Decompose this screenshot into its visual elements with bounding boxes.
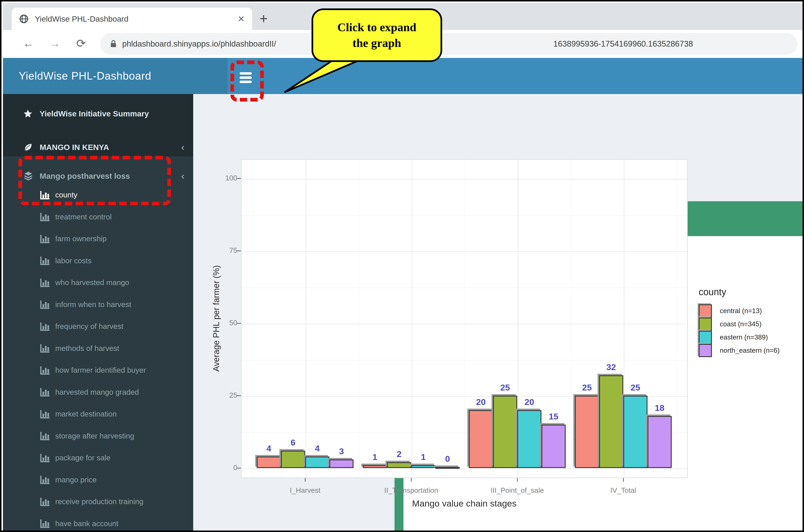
bar-I_Harvest-coast[interactable] [281,451,305,468]
bar-chart-icon [40,300,55,309]
sidebar-item-label: MANGO IN KENYA [40,143,109,152]
sidebar-subitem-methods-of-harvest[interactable]: methods of harvest [3,338,193,359]
sidebar-subitem-labor-costs[interactable]: labor costs [3,250,193,272]
gridline-y-87.5 [241,215,687,215]
gridline-x-minor [253,160,253,478]
url-text-prefix: phldashboard.shinyapps.io/phldashboardII… [122,39,276,49]
app-navbar: YieldWise PHL-Dashboard [3,58,804,94]
legend-key-north_eastern[interactable] [699,344,712,357]
sidebar-subitem-label: methods of harvest [55,344,119,353]
bar-IV_Total-central[interactable] [575,396,599,468]
bar-II_Transportation-north_eastern[interactable] [435,467,460,469]
sidebar-subitem-how-farmer-identified-buyer[interactable]: how farmer identified buyer [3,359,193,381]
bar-I_Harvest-north_eastern[interactable] [329,459,353,468]
sidebar-subitem-package-for-sale[interactable]: package for sale [3,447,193,469]
sidebar-subitem-receive-production-training[interactable]: receive production training [3,491,193,513]
sidebar-subitem-label: how farmer identified buyer [55,366,146,375]
hamburger-highlight-box [231,60,264,101]
bar-III_Point_of_sale-eastern[interactable] [517,410,542,468]
gridline-x-minor [571,160,571,478]
sidebar-subitem-farm-ownership[interactable]: farm ownership [3,228,193,250]
bar-chart-icon [40,519,55,529]
bar-chart-icon [40,278,55,288]
bar-IV_Total-coast[interactable] [599,375,623,468]
sidebar-subitem-label: labor costs [55,256,92,265]
sidebar-subitem-treatment-control[interactable]: treatment control [3,206,193,228]
sidebar-subitem-label: market destination [55,410,117,418]
star-icon [23,109,40,118]
sidebar-subitem-label: harvested mango graded [55,388,139,397]
gridline-y-100 [241,179,687,179]
gridline-y-62.5 [241,288,687,288]
sidebar-subitem-mango-price[interactable]: mango price [3,469,193,491]
bar-chart-icon [40,497,55,507]
url-bar[interactable]: phldashboard.shinyapps.io/phldashboardII… [100,33,798,55]
bar-II_Transportation-central[interactable] [363,465,387,468]
bar-value-label: 32 [597,362,626,372]
bar-IV_Total-north_eastern[interactable] [647,416,672,468]
leaf-icon [23,142,40,152]
x-axis-title: Mango value chain stages [354,498,574,509]
x-tick-label-I_Harvest: I_Harvest [267,486,344,494]
sidebar-highlight-box [18,156,171,205]
bar-III_Point_of_sale-north_eastern[interactable] [542,424,566,468]
sidebar-subitem-label: inform when to harvest [55,300,131,309]
sidebar-subitem-who-harvested-mango[interactable]: who harvested mango [3,272,193,293]
legend-title: county [699,287,726,297]
sidebar-subitem-label: treatment control [55,213,112,221]
callout-text-line2: the graph [353,35,401,51]
browser-tab[interactable]: YieldWise PHL-Dashboard ✕ [12,8,252,30]
bar-II_Transportation-coast[interactable] [387,462,411,468]
tab-title: YieldWise PHL-Dashboard [35,15,234,23]
legend-key-central[interactable] [699,304,712,318]
legend-key-coast[interactable] [699,318,712,331]
sidebar-subitem-inform-when-to-harvest[interactable]: inform when to harvest [3,294,193,316]
reload-icon[interactable]: ⟳ [76,37,86,50]
sidebar-subitem-harvested-mango-graded[interactable]: harvested mango graded [3,381,193,403]
bar-III_Point_of_sale-central[interactable] [469,410,493,468]
bar-value-label: 3 [327,446,356,456]
bar-chart-icon [40,475,55,485]
gridline-y-75 [241,251,687,252]
gridline-x-minor [465,160,465,478]
sidebar-subitem-have-bank-account[interactable]: have bank account [3,513,193,532]
bar-I_Harvest-central[interactable] [257,456,281,468]
x-tick-mark [411,478,412,482]
bar-chart-icon [40,234,55,244]
forward-icon[interactable]: → [49,37,60,50]
sidebar-subitem-frequency-of-harvest[interactable]: frequency of harvest [3,316,193,337]
bar-chart-icon [40,409,55,419]
x-tick-mark [517,478,517,482]
bar-chart-icon [40,453,55,463]
close-tab-icon[interactable]: ✕ [238,14,245,24]
back-icon[interactable]: ← [23,37,34,50]
gridline-x-minor [359,160,359,478]
y-tick-mark [237,178,241,179]
sidebar-subitem-label: mango price [55,476,97,484]
bar-IV_Total-eastern[interactable] [623,396,647,468]
sidebar-subitem-storage-after-harvesting[interactable]: storage after harvesting [3,425,193,447]
bar-value-label: 25 [621,382,650,393]
sidebar-subitem-label: who harvested mango [55,278,129,287]
bar-III_Point_of_sale-coast[interactable] [493,396,517,468]
bar-value-label: 15 [539,411,568,421]
y-tick-mark [237,323,241,324]
chevron-left-icon: ‹ [181,170,184,182]
bar-chart-icon [40,365,55,375]
app-brand[interactable]: YieldWise PHL-Dashboard [3,58,227,94]
bar-II_Transportation-eastern[interactable] [411,465,435,468]
sidebar-item-mango-in-kenya[interactable]: MANGO IN KENYA ‹ [3,136,193,158]
legend-label: central (n=13) [720,304,762,318]
x-tick-mark [305,478,306,482]
url-text-suffix: 1638995936-1754169960.1635286738 [553,33,693,55]
sidebar-item-yieldwise-summary[interactable]: YieldWise Initiative Summary [3,102,193,125]
bar-I_Harvest-eastern[interactable] [305,456,329,468]
x-tick-label-II_Transportation: II_Transportation [373,486,450,494]
sidebar-subitem-market-destination[interactable]: market destination [3,403,193,425]
bar-value-label: 0 [433,454,462,464]
legend-key-eastern[interactable] [699,331,712,344]
bar-chart-icon [40,322,55,331]
sidebar-subitem-label: farm ownership [55,234,107,243]
bar-value-label: 20 [515,397,544,407]
new-tab-button[interactable]: + [259,10,268,27]
